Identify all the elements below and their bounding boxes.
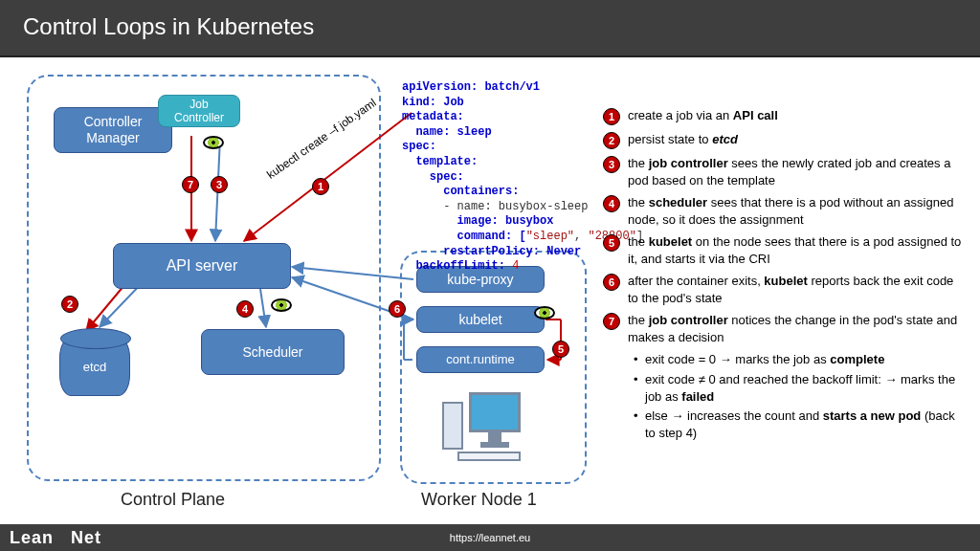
eye-icon: [271, 298, 292, 312]
step-text: the job controller notices the change in…: [628, 312, 967, 345]
step-badge-7: 7: [182, 176, 199, 193]
control-plane-label: Control Plane: [121, 490, 225, 510]
footer: LeanNet https://leannet.eu: [0, 524, 980, 551]
scheduler-box: Scheduler: [201, 329, 345, 375]
container-runtime-box: cont.runtime: [416, 346, 545, 373]
footer-url: https://leannet.eu: [450, 532, 530, 543]
step-text: create a job via an API call: [628, 107, 967, 125]
steps-list: 1create a job via an API call 2persist s…: [603, 107, 967, 444]
step-text: the scheduler sees that there is a pod w…: [628, 194, 967, 228]
step-badge-3: 3: [211, 176, 228, 193]
step-badge-6: 6: [389, 300, 406, 318]
step-badge-5: 5: [552, 341, 569, 358]
bullet: exit code ≠ 0 and reached the backoff li…: [634, 371, 967, 405]
brand-logo: LeanNet: [10, 528, 101, 548]
controller-manager-box: Controller Manager: [54, 107, 172, 153]
job-controller-box: Job Controller: [158, 95, 240, 127]
step-text: the job controller sees the newly crated…: [628, 155, 967, 188]
page-title: Control Loops in Kubernetes: [0, 0, 980, 57]
api-server-box: API server: [113, 243, 291, 289]
step-text: persist state to etcd: [628, 131, 967, 149]
eye-icon: [203, 136, 224, 149]
computer-icon: [442, 385, 528, 461]
etcd-cylinder: etcd: [59, 337, 130, 396]
step-badge-1: 1: [312, 178, 329, 195]
eye-icon: [534, 306, 555, 320]
bullet: exit code = 0 → marks the job as complet…: [634, 351, 967, 368]
kubelet-box: kubelet: [416, 306, 545, 333]
step-text: after the container exits, kubelet repor…: [628, 273, 967, 306]
step-badge-2: 2: [61, 296, 78, 313]
step-badge-4: 4: [236, 300, 254, 318]
step-text: the kubelet on the node sees that there …: [628, 233, 967, 267]
worker-node-label: Worker Node 1: [421, 490, 537, 510]
diagram-stage: Control Plane Worker Node 1 Controller M…: [0, 59, 980, 524]
bullet: else → increases the count and starts a …: [634, 408, 967, 441]
